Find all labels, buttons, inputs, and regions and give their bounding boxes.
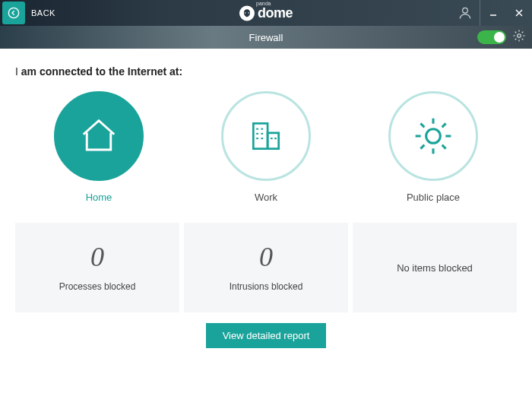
svg-point-0 bbox=[8, 8, 18, 17]
subheader: Firewall bbox=[0, 26, 532, 49]
building-icon bbox=[247, 117, 285, 155]
window-controls bbox=[450, 0, 532, 26]
view-report-button[interactable]: View detailed report bbox=[206, 323, 327, 348]
prompt-bold: am connected to the Internet at: bbox=[21, 65, 182, 78]
location-selector: Home Work Public place bbox=[15, 91, 517, 203]
titlebar: BACK panda dome bbox=[0, 0, 532, 26]
minimize-icon bbox=[489, 8, 498, 17]
back-button[interactable] bbox=[2, 2, 25, 24]
svg-rect-7 bbox=[268, 133, 279, 149]
page-title: Firewall bbox=[249, 32, 283, 43]
user-icon bbox=[458, 5, 473, 21]
stat-intrusions-blocked: 0 Intrusions blocked bbox=[184, 223, 348, 312]
firewall-toggle[interactable] bbox=[477, 30, 506, 44]
stat-value: 0 bbox=[259, 243, 273, 271]
prompt-prefix: I bbox=[15, 65, 21, 78]
brand-logo-icon bbox=[239, 5, 255, 21]
stat-label: Processes blocked bbox=[59, 281, 136, 292]
stat-value: 0 bbox=[90, 243, 104, 271]
close-icon bbox=[515, 8, 524, 17]
svg-line-23 bbox=[420, 145, 424, 149]
gear-icon bbox=[512, 29, 526, 43]
connection-prompt: I am connected to the Internet at: bbox=[15, 65, 517, 78]
chevron-left-icon bbox=[8, 7, 20, 19]
location-home[interactable]: Home bbox=[54, 91, 144, 203]
home-icon bbox=[78, 116, 119, 157]
svg-line-21 bbox=[420, 123, 424, 127]
brand-text: dome bbox=[258, 5, 293, 21]
toggle-knob bbox=[494, 32, 505, 43]
brand: panda dome bbox=[239, 5, 293, 21]
svg-line-22 bbox=[442, 145, 446, 149]
stat-label: Intrusions blocked bbox=[230, 281, 303, 292]
svg-point-5 bbox=[518, 34, 521, 38]
location-label: Public place bbox=[407, 192, 460, 203]
svg-rect-6 bbox=[253, 123, 268, 148]
user-account-button[interactable] bbox=[450, 0, 480, 26]
svg-point-16 bbox=[426, 129, 441, 144]
brand-small-text: panda bbox=[256, 1, 271, 6]
svg-point-1 bbox=[462, 8, 467, 13]
stat-no-items: No items blocked bbox=[353, 223, 517, 312]
back-label: BACK bbox=[31, 8, 55, 17]
location-label: Work bbox=[255, 192, 277, 203]
location-work[interactable]: Work bbox=[221, 91, 311, 203]
settings-button[interactable] bbox=[512, 29, 526, 46]
stats-row: 0 Processes blocked 0 Intrusions blocked… bbox=[15, 223, 517, 312]
location-public[interactable]: Public place bbox=[388, 91, 478, 203]
sun-icon bbox=[412, 115, 454, 157]
location-label: Home bbox=[86, 192, 112, 203]
minimize-button[interactable] bbox=[480, 0, 506, 26]
stat-processes-blocked: 0 Processes blocked bbox=[15, 223, 179, 312]
close-button[interactable] bbox=[506, 0, 532, 26]
stat-label: No items blocked bbox=[397, 262, 473, 274]
svg-line-24 bbox=[442, 123, 446, 127]
main-content: I am connected to the Internet at: Home … bbox=[0, 49, 532, 348]
